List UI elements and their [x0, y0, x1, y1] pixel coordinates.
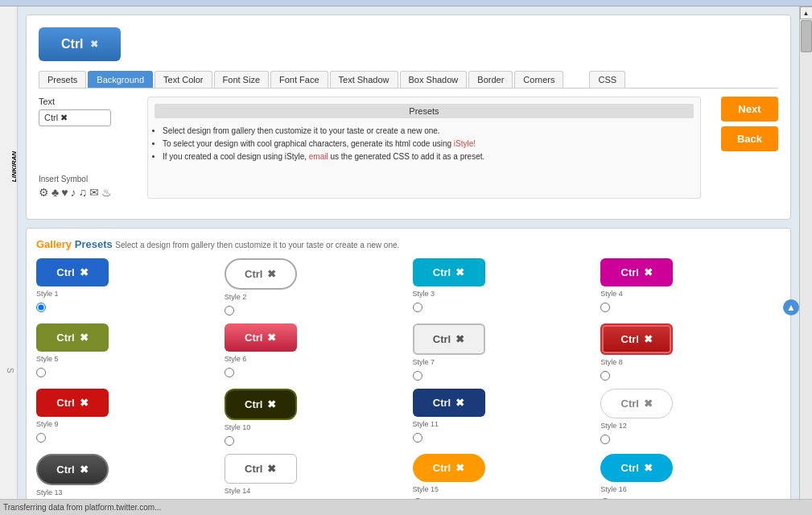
preset-item-2: To select your design with cool graphica…	[163, 138, 694, 150]
symbol-club[interactable]: ♣	[52, 186, 59, 199]
style-cell-3: Ctrl ✖ Style 3	[413, 258, 593, 315]
style-button-7[interactable]: Ctrl ✖	[413, 323, 485, 355]
style-label-14: Style 14	[225, 487, 251, 495]
style-cell-6: Ctrl ✖ Style 6	[225, 323, 405, 381]
tabs-row: Presets Background Text Color Font Size …	[39, 71, 778, 89]
scroll-track	[800, 19, 813, 515]
style-label-16: Style 16	[600, 485, 627, 493]
main-content: Ctrl ✖ Presets Background Text Color Fon…	[18, 6, 799, 515]
style-button-8[interactable]: Ctrl ✖	[600, 323, 673, 355]
style-button-6[interactable]: Ctrl ✖	[225, 323, 297, 352]
tab-text-color[interactable]: Text Color	[155, 71, 212, 88]
back-button[interactable]: Back	[721, 126, 778, 151]
style-button-1[interactable]: Ctrl ✖	[36, 258, 109, 286]
scroll-up-button[interactable]: ▲	[800, 6, 813, 19]
style-button-9[interactable]: Ctrl ✖	[36, 389, 109, 417]
style-button-4[interactable]: Ctrl ✖	[600, 258, 673, 286]
presets-list: Select design from gallery then customiz…	[155, 125, 694, 163]
tab-presets[interactable]: Presets	[39, 71, 86, 88]
browser-bar	[0, 0, 812, 6]
style3-x: ✖	[455, 266, 464, 278]
text-input-display[interactable]: Ctrl ✖	[39, 109, 111, 126]
tab-text-shadow[interactable]: Text Shadow	[330, 71, 398, 88]
style-radio-6[interactable]	[225, 368, 234, 377]
style-label-1: Style 1	[36, 290, 59, 298]
style-radio-5[interactable]	[36, 368, 46, 377]
symbol-heart[interactable]: ♥	[61, 186, 68, 199]
gallery-presets-label: Presets	[75, 238, 113, 250]
style-radio-4[interactable]	[600, 303, 610, 312]
tab-background[interactable]: Background	[88, 71, 153, 88]
style-button-10[interactable]: Ctrl ✖	[225, 389, 297, 420]
tab-font-face[interactable]: Font Face	[270, 71, 328, 88]
symbol-note[interactable]: ♪	[71, 186, 76, 199]
style-label-12: Style 12	[600, 422, 627, 430]
symbol-mail[interactable]: ✉	[89, 186, 99, 199]
tab-border[interactable]: Border	[468, 71, 513, 88]
style-cell-8: Ctrl ✖ Style 8	[600, 323, 781, 381]
style-radio-3[interactable]	[413, 303, 422, 312]
style-label-5: Style 5	[36, 355, 59, 363]
insert-symbol-label: Insert Symbol	[39, 175, 88, 183]
style-label-4: Style 4	[600, 290, 623, 298]
preview-button[interactable]: Ctrl ✖	[39, 27, 121, 61]
style-button-16[interactable]: Ctrl ✖	[600, 454, 673, 482]
action-buttons: Next Back	[721, 97, 778, 199]
symbol-hot[interactable]: ♨	[101, 186, 112, 199]
symbol-music[interactable]: ♫	[79, 186, 88, 199]
style-radio-9[interactable]	[36, 433, 46, 443]
style-cell-7: Ctrl ✖ Style 7	[413, 323, 593, 381]
page-wrapper: LINKIRAN S a l e s Ctrl ✖ Presets Backgr…	[0, 6, 812, 515]
left-sidebar: LINKIRAN S a l e s	[0, 6, 18, 515]
float-up-button[interactable]: ▲	[783, 299, 799, 315]
style-button-5[interactable]: Ctrl ✖	[36, 323, 109, 352]
tab-corners[interactable]: Corners	[514, 71, 563, 88]
style5-x: ✖	[80, 332, 89, 344]
gallery-title: Gallery Presets Select a design from gal…	[36, 238, 781, 250]
style-button-11[interactable]: Ctrl ✖	[413, 389, 485, 417]
sidebar-icon-s[interactable]: S	[2, 364, 17, 378]
style-radio-12[interactable]	[600, 435, 610, 444]
style-radio-1[interactable]	[36, 303, 46, 312]
style1-x: ✖	[80, 266, 89, 278]
style-radio-8[interactable]	[600, 371, 610, 381]
style-button-15[interactable]: Ctrl ✖	[413, 454, 485, 482]
tab-font-size[interactable]: Font Size	[214, 71, 269, 88]
symbol-gear[interactable]: ⚙	[39, 186, 49, 199]
email-link[interactable]: email	[309, 152, 328, 161]
right-scrollbar: ▲	[799, 6, 812, 515]
style-cell-10: Ctrl ✖ Style 10	[225, 389, 405, 446]
style-cell-9: Ctrl ✖ Style 9	[36, 389, 216, 446]
preview-card: Ctrl ✖ Presets Background Text Color Fon…	[26, 14, 791, 220]
style-button-12[interactable]: Ctrl ✖	[600, 389, 673, 418]
style-label-13: Style 13	[36, 488, 63, 496]
style-radio-10[interactable]	[225, 436, 234, 446]
style-button-14[interactable]: Ctrl ✖	[225, 454, 297, 484]
next-button[interactable]: Next	[721, 97, 778, 122]
style-label-7: Style 7	[413, 358, 435, 366]
style-button-3[interactable]: Ctrl ✖	[413, 258, 485, 286]
status-bar: Transferring data from platform.twitter.…	[0, 499, 812, 515]
tab-box-shadow[interactable]: Box Shadow	[400, 71, 468, 88]
gallery-section: Gallery Presets Select a design from gal…	[26, 228, 791, 515]
style14-x: ✖	[267, 463, 276, 475]
style-label-8: Style 8	[600, 358, 623, 366]
style-radio-11[interactable]	[413, 433, 422, 443]
scroll-thumb[interactable]	[801, 20, 812, 52]
sidebar-icons: S a l e s	[0, 364, 17, 378]
brand-label: LINKIRAN	[0, 151, 18, 182]
style-button-13[interactable]: Ctrl ✖	[36, 454, 109, 485]
istyle-link[interactable]: iStyle!	[454, 139, 476, 148]
style-cell-1: Ctrl ✖ Style 1	[36, 258, 216, 315]
style-cell-12: Ctrl ✖ Style 12	[600, 389, 781, 446]
style2-x: ✖	[267, 268, 276, 280]
style-button-2[interactable]: Ctrl ✖	[225, 258, 297, 290]
style-label-15: Style 15	[413, 485, 439, 493]
style-radio-7[interactable]	[413, 371, 422, 381]
style-radio-2[interactable]	[225, 306, 234, 315]
tab-content-area: Text Ctrl ✖ Insert Symbol ⚙ ♣ ♥ ♪ ♫ ✉	[39, 89, 778, 207]
tab-css[interactable]: CSS	[589, 71, 625, 88]
insert-symbol-section: Insert Symbol ⚙ ♣ ♥ ♪ ♫ ✉ ♨	[39, 175, 135, 199]
preset-item-3: If you created a cool design using iStyl…	[163, 150, 694, 163]
gallery-word: Gallery	[36, 238, 72, 250]
